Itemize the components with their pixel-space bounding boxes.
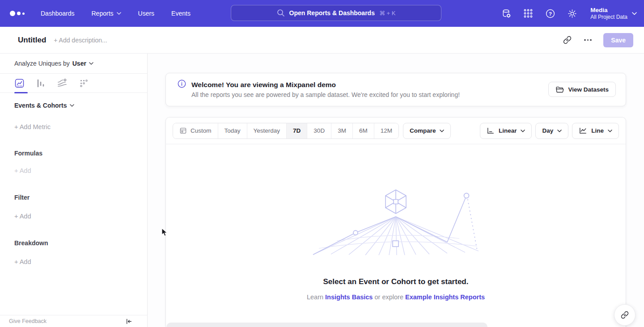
selected-tab-indicator <box>14 92 28 93</box>
analyze-uniques-label: Analyze Uniques by <box>14 60 70 67</box>
main-content: Welcome! You are viewing a Mixpanel demo… <box>148 54 644 327</box>
tab-retention-grid[interactable] <box>79 78 89 88</box>
range-yesterday[interactable]: Yesterday <box>247 123 287 138</box>
add-formula-button[interactable]: + Add <box>14 167 147 174</box>
mixpanel-logo[interactable] <box>10 11 25 16</box>
nav-item-dashboards[interactable]: Dashboards <box>41 10 75 17</box>
top-nav-bar: Dashboards Reports Users Events Open Rep… <box>0 0 644 27</box>
project-switcher[interactable]: Media All Project Data <box>590 6 637 21</box>
example-insights-reports-link[interactable]: Example Insights Reports <box>405 293 485 301</box>
global-search-input[interactable]: Open Reports & Dashboards ⌘ + K <box>231 5 441 21</box>
save-button[interactable]: Save <box>603 33 633 47</box>
chevron-down-icon <box>70 104 74 107</box>
compare-dropdown[interactable]: Compare <box>403 123 451 139</box>
demo-welcome-banner: Welcome! You are viewing a Mixpanel demo… <box>165 73 626 106</box>
granularity-dropdown[interactable]: Day <box>535 123 568 139</box>
link-icon <box>621 311 629 319</box>
nav-item-reports[interactable]: Reports <box>92 10 121 17</box>
empty-state: Select an Event or Cohort to get started… <box>166 189 626 301</box>
date-range-selector: Custom Today Yesterday 7D 30D 3M 6M 12M <box>173 123 399 139</box>
linear-axis-icon <box>487 127 495 134</box>
scale-dropdown[interactable]: Linear <box>480 123 532 139</box>
chart-type-dropdown[interactable]: Line <box>572 123 619 139</box>
project-scope: All Project Data <box>590 14 627 21</box>
add-metric-button[interactable]: + Add Metric <box>14 123 147 130</box>
collapse-sidebar-icon[interactable] <box>125 318 132 325</box>
calendar-icon <box>179 127 187 134</box>
search-icon <box>277 9 285 17</box>
bottom-panel-edge[interactable] <box>166 323 487 327</box>
add-breakdown-button[interactable]: + Add <box>14 258 147 265</box>
events-cohorts-header[interactable]: Events & Cohorts <box>14 102 147 109</box>
give-feedback-link[interactable]: Give Feedback <box>9 318 47 324</box>
info-icon <box>178 80 186 90</box>
search-shortcut: ⌘ + K <box>379 10 396 17</box>
svg-text:?: ? <box>549 11 552 16</box>
tab-flow[interactable] <box>57 78 67 88</box>
analyze-by-dropdown[interactable]: User <box>72 60 93 67</box>
chevron-down-icon <box>521 130 525 132</box>
range-30d[interactable]: 30D <box>307 123 331 138</box>
chevron-down-icon <box>440 130 444 132</box>
formulas-label: Formulas <box>14 150 147 157</box>
chart-controls-row: Custom Today Yesterday 7D 30D 3M 6M 12M … <box>166 117 626 144</box>
insights-basics-link[interactable]: Insights Basics <box>325 293 373 301</box>
report-description-placeholder[interactable]: + Add description... <box>54 37 107 44</box>
nav-item-users[interactable]: Users <box>138 10 155 17</box>
banner-title: Welcome! You are viewing a Mixpanel demo <box>191 81 460 89</box>
insights-chart-card: Custom Today Yesterday 7D 30D 3M 6M 12M … <box>165 117 626 327</box>
chevron-down-icon <box>117 12 121 15</box>
chevron-down-icon <box>632 12 637 15</box>
report-header: Untitled + Add description... Save <box>0 27 644 54</box>
help-icon[interactable]: ? <box>545 8 555 19</box>
copy-link-icon[interactable] <box>562 35 572 45</box>
range-6m[interactable]: 6M <box>352 123 374 138</box>
view-datasets-button[interactable]: View Datasets <box>548 82 616 97</box>
empty-state-title: Select an Event or Cohort to get started… <box>166 277 626 286</box>
more-options-icon[interactable] <box>583 35 593 45</box>
chevron-down-icon <box>89 62 93 65</box>
range-today[interactable]: Today <box>218 123 247 138</box>
folder-icon <box>555 86 564 93</box>
settings-gear-icon[interactable] <box>567 8 577 19</box>
range-custom[interactable]: Custom <box>173 123 218 138</box>
chevron-down-icon <box>557 130 562 132</box>
range-3m[interactable]: 3M <box>331 123 352 138</box>
empty-state-illustration <box>311 189 481 257</box>
report-title[interactable]: Untitled <box>18 36 46 45</box>
empty-state-subtitle: Learn Insights Basics or explore Example… <box>166 293 626 301</box>
apps-grid-icon[interactable] <box>523 8 534 19</box>
search-placeholder: Open Reports & Dashboards <box>289 9 375 17</box>
add-filter-button[interactable]: + Add <box>14 213 147 220</box>
share-link-fab[interactable] <box>614 304 636 326</box>
line-chart-icon <box>579 127 587 134</box>
filter-label: Filter <box>14 194 147 201</box>
nav-item-events[interactable]: Events <box>171 10 191 17</box>
project-name: Media <box>590 6 627 14</box>
data-management-icon[interactable] <box>501 8 512 19</box>
tab-insights-line[interactable] <box>14 78 24 88</box>
breakdown-label: Breakdown <box>14 239 147 247</box>
tab-bar-chart[interactable] <box>36 78 46 88</box>
range-7d[interactable]: 7D <box>286 123 307 138</box>
banner-body: All the reports you see are powered by a… <box>191 91 460 98</box>
chevron-down-icon <box>608 130 612 132</box>
query-builder-sidebar: Analyze Uniques by User <box>0 54 148 327</box>
range-12m[interactable]: 12M <box>374 123 398 138</box>
